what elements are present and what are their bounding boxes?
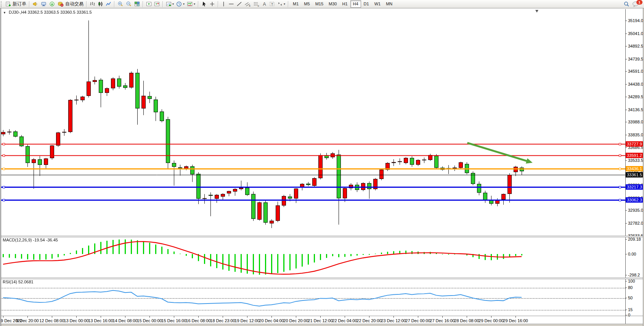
rsi-axis-label: 100 (628, 279, 635, 284)
vertical-line-icon (221, 1, 226, 7)
toolbar-separator (288, 1, 289, 7)
new-order-button[interactable]: 新订单 (5, 0, 27, 8)
profiles-button[interactable]: ▾ (175, 0, 186, 8)
time-tick-mark (198, 316, 199, 318)
timeframe-h1[interactable]: H1 (339, 0, 350, 8)
time-tick-mark (223, 316, 223, 318)
time-tick-mark (3, 316, 3, 318)
tile-windows-button[interactable] (133, 0, 141, 8)
price-tick-mark (625, 122, 627, 122)
dropdown-caret: ▾ (194, 2, 195, 6)
macd-values: -19.54 -36.45 (32, 238, 58, 242)
time-tick-mark (271, 316, 272, 318)
timeframe-d1[interactable]: D1 (361, 0, 372, 8)
time-axis-label: 20 Dec 04:00 (259, 318, 284, 323)
search-button[interactable] (622, 0, 631, 8)
time-axis-label: 29 Dec 16:00 (503, 318, 528, 323)
price-tick-mark (625, 46, 627, 46)
rsi-indicator-label: RSI(14) 52.0681 (3, 280, 34, 284)
chart-shift-button[interactable] (153, 0, 161, 8)
line-chart-icon (106, 1, 111, 7)
notifications-button[interactable]: 1 (631, 1, 641, 8)
community-button[interactable] (48, 0, 56, 8)
price-tick-label: 34289.5 (628, 94, 643, 99)
terminal-icon (41, 1, 47, 7)
new-chart-button[interactable]: ▾ (165, 0, 175, 8)
macd-axis-label: -298.2 (628, 273, 640, 278)
price-tick-label: 33988.0 (628, 120, 643, 125)
fibonacci-tool-button[interactable]: F (252, 0, 261, 8)
hline-price-label: 33436.1 (626, 166, 643, 171)
horizontal-line-tool-button[interactable] (227, 0, 235, 8)
time-axis-label: 13 Dec 00:00 (64, 318, 88, 323)
equidistant-channel-tool-button[interactable]: E (243, 0, 252, 8)
auto-scroll-icon (146, 1, 152, 7)
timeframe-m5[interactable]: M5 (301, 0, 312, 8)
text-label-tool-button[interactable]: T (268, 0, 276, 8)
toolbar-drag-handle[interactable] (1, 1, 3, 7)
macd-axis-label: 0.00 (628, 252, 636, 257)
price-tick-mark (625, 135, 627, 135)
pane-separator[interactable] (0, 278, 644, 279)
timeframe-mn[interactable]: MN (383, 0, 395, 8)
zoom-in-button[interactable] (116, 0, 125, 8)
text-label-icon: T (269, 1, 275, 7)
candlestick-chart-button[interactable] (96, 0, 104, 8)
pane-separator[interactable] (0, 236, 644, 237)
price-tick-mark (625, 110, 627, 110)
indicators-button[interactable]: ▾ (186, 0, 196, 8)
crosshair-tool-button[interactable] (208, 0, 216, 8)
time-tick-mark (125, 316, 125, 318)
auto-trading-button[interactable]: 自动交易 (56, 0, 85, 8)
time-axis-label: 16 Dec 08:00 (186, 318, 210, 323)
macd-canvas[interactable] (0, 237, 625, 278)
chart-shift-icon (154, 1, 160, 7)
timeframe-m30[interactable]: M30 (326, 0, 339, 8)
new-order-icon (6, 1, 11, 7)
price-tick-label: 33533.5 (628, 158, 643, 163)
svg-text:A: A (263, 2, 266, 7)
zoom-in-icon (117, 1, 124, 7)
cursor-tool-button[interactable] (200, 0, 208, 8)
rsi-canvas[interactable] (0, 279, 625, 316)
arrows-tool-button[interactable]: ▾ (276, 0, 286, 8)
price-chart-canvas[interactable] (0, 9, 625, 236)
timeframe-m15[interactable]: M15 (313, 0, 326, 8)
time-tick-mark (393, 316, 394, 318)
dropdown-caret: ▾ (172, 2, 174, 6)
time-tick-mark (418, 316, 418, 318)
horn-button[interactable] (31, 0, 40, 8)
hline-price-label: 33591.2 (626, 153, 643, 158)
hline-price-label: 33062.3 (626, 197, 643, 203)
auto-scroll-button[interactable] (145, 0, 153, 8)
timeframe-h4[interactable]: H4 (350, 0, 361, 8)
time-tick-mark (76, 316, 77, 318)
rsi-tick-mark (625, 310, 627, 310)
cursor-icon (201, 1, 207, 7)
time-axis-label: 15 Dec 00:00 (137, 318, 162, 323)
rsi-axis-label: 80 (628, 285, 633, 290)
rsi-axis-label: 50 (628, 296, 633, 300)
search-icon (623, 1, 630, 7)
zoom-out-button[interactable] (125, 0, 133, 8)
chart-title: ▼ DJ30-,H4 33362.5 33363.5 33360.5 33361… (3, 10, 92, 14)
trendline-icon (236, 1, 242, 7)
price-tick-label: 34136.5 (628, 107, 643, 112)
macd-tick-mark (625, 239, 627, 240)
toolbar-separator (218, 1, 218, 7)
timeframe-w1[interactable]: W1 (372, 0, 384, 8)
indicators-icon (187, 1, 193, 7)
time-tick-mark (101, 316, 101, 318)
time-axis-label: 20 Dec 20:00 (283, 318, 308, 323)
toolbar-right: 1 (622, 0, 641, 8)
line-chart-button[interactable] (104, 0, 112, 8)
bar-chart-button[interactable] (88, 0, 96, 8)
collapse-triangle-icon[interactable]: ▼ (3, 11, 6, 14)
terminal-button[interactable] (40, 0, 48, 8)
timeframe-m1[interactable]: M1 (290, 0, 301, 8)
trendline-tool-button[interactable] (235, 0, 243, 8)
dropdown-caret: ▾ (284, 2, 285, 6)
text-tool-button[interactable]: A (261, 0, 268, 8)
bar-chart-icon (90, 1, 95, 7)
vertical-line-tool-button[interactable] (220, 0, 227, 8)
